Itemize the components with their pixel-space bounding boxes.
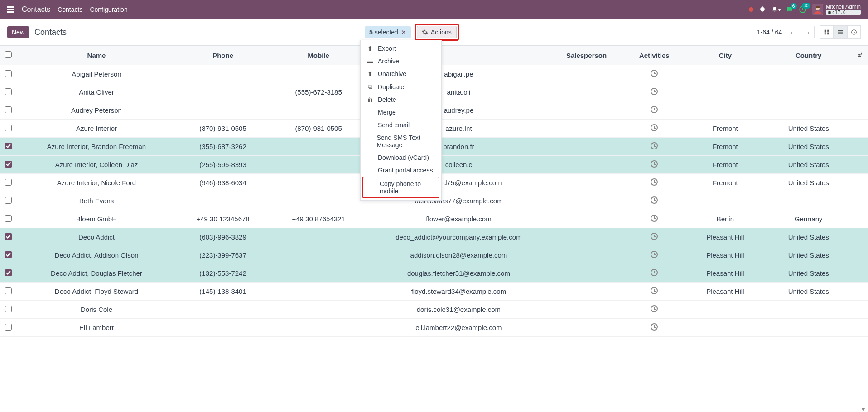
cell-name[interactable]: Azure Interior, Nicole Ford — [16, 174, 177, 192]
cell-email[interactable]: doris.cole31@example.com — [368, 301, 550, 319]
cell-mobile[interactable] — [269, 319, 368, 337]
new-button[interactable]: New — [7, 26, 29, 38]
column-options[interactable] — [852, 46, 868, 65]
cell-country[interactable] — [765, 319, 852, 337]
action-unarchive[interactable]: ⬆Unarchive — [361, 67, 441, 80]
row-checkbox[interactable] — [5, 306, 12, 312]
cell-email[interactable]: addison.olson28@example.com — [368, 246, 550, 264]
cell-city[interactable]: Pleasant Hill — [685, 228, 765, 246]
cell-activities[interactable] — [623, 101, 685, 120]
messages-icon[interactable]: 6 — [786, 6, 793, 13]
cell-activities[interactable] — [623, 83, 685, 101]
cell-mobile[interactable] — [269, 156, 368, 174]
pager-next-button[interactable]: › — [802, 26, 815, 38]
cell-mobile[interactable] — [269, 174, 368, 192]
cell-mobile[interactable] — [269, 301, 368, 319]
cell-mobile[interactable] — [269, 65, 368, 83]
row-checkbox[interactable] — [5, 269, 12, 276]
column-activities[interactable]: Activities — [623, 46, 685, 65]
table-row[interactable]: Deco Addict(603)-996-3829deco_addict@you… — [0, 228, 868, 246]
cell-city[interactable] — [685, 301, 765, 319]
cell-city[interactable]: Fremont — [685, 120, 765, 138]
kanban-view-button[interactable] — [820, 25, 834, 39]
cell-phone[interactable] — [177, 301, 269, 319]
row-checkbox[interactable] — [5, 197, 12, 204]
cell-phone[interactable] — [177, 319, 269, 337]
cell-country[interactable]: Germany — [765, 210, 852, 228]
row-checkbox[interactable] — [5, 324, 12, 331]
cell-country[interactable]: United States — [765, 246, 852, 264]
cell-city[interactable] — [685, 192, 765, 210]
action-export[interactable]: ⬆Export — [361, 42, 441, 55]
column-name[interactable]: Name — [16, 46, 177, 65]
cell-phone[interactable]: (145)-138-3401 — [177, 283, 269, 301]
nav-link-contacts[interactable]: Contacts — [58, 6, 82, 13]
column-country[interactable]: Country — [765, 46, 852, 65]
row-checkbox[interactable] — [5, 88, 12, 95]
cell-activities[interactable] — [623, 228, 685, 246]
action-send-sms[interactable]: Send SMS Text Message — [361, 131, 441, 151]
actions-button[interactable]: Actions — [417, 26, 457, 38]
cell-activities[interactable] — [623, 319, 685, 337]
cell-name[interactable]: Deco Addict, Douglas Fletcher — [16, 264, 177, 283]
cell-activities[interactable] — [623, 156, 685, 174]
cell-country[interactable]: United States — [765, 283, 852, 301]
cell-email[interactable]: flower@example.com — [368, 210, 550, 228]
cell-phone[interactable]: (870)-931-0505 — [177, 120, 269, 138]
cell-phone[interactable] — [177, 101, 269, 120]
cell-phone[interactable]: (355)-687-3262 — [177, 138, 269, 156]
cell-country[interactable] — [765, 65, 852, 83]
cell-phone[interactable] — [177, 65, 269, 83]
cell-activities[interactable] — [623, 301, 685, 319]
row-checkbox[interactable] — [5, 251, 12, 258]
action-archive[interactable]: ▬Archive — [361, 55, 441, 67]
cell-name[interactable]: Deco Addict, Floyd Steward — [16, 283, 177, 301]
row-checkbox[interactable] — [5, 179, 12, 186]
column-phone[interactable]: Phone — [177, 46, 269, 65]
debug-icon[interactable] — [759, 6, 766, 13]
cell-mobile[interactable]: (555)-672-3185 — [269, 83, 368, 101]
cell-mobile[interactable] — [269, 264, 368, 283]
cell-mobile[interactable] — [269, 228, 368, 246]
cell-activities[interactable] — [623, 264, 685, 283]
cell-email[interactable]: deco_addict@yourcompany.example.com — [368, 228, 550, 246]
cell-city[interactable] — [685, 319, 765, 337]
cell-mobile[interactable] — [269, 283, 368, 301]
table-row[interactable]: Doris Coledoris.cole31@example.com — [0, 301, 868, 319]
cell-email[interactable]: floyd.steward34@example.com — [368, 283, 550, 301]
cell-name[interactable]: Deco Addict — [16, 228, 177, 246]
cell-name[interactable]: Beth Evans — [16, 192, 177, 210]
cell-name[interactable]: Audrey Peterson — [16, 101, 177, 120]
cell-activities[interactable] — [623, 174, 685, 192]
cell-city[interactable]: Pleasant Hill — [685, 264, 765, 283]
cell-city[interactable]: Fremont — [685, 138, 765, 156]
activities-icon[interactable]: 30 — [799, 5, 807, 14]
app-brand[interactable]: Contacts — [22, 5, 50, 14]
action-merge[interactable]: Merge — [361, 106, 441, 119]
list-view-button[interactable] — [834, 25, 847, 39]
cell-city[interactable]: Fremont — [685, 156, 765, 174]
cell-mobile[interactable] — [269, 246, 368, 264]
cell-phone[interactable] — [177, 192, 269, 210]
select-all-header[interactable] — [0, 46, 16, 65]
cell-name[interactable]: Anita Oliver — [16, 83, 177, 101]
cell-phone[interactable] — [177, 83, 269, 101]
row-checkbox[interactable] — [5, 215, 12, 222]
cell-name[interactable]: Bloem GmbH — [16, 210, 177, 228]
table-row[interactable]: Deco Addict, Addison Olson(223)-399-7637… — [0, 246, 868, 264]
clear-selection-icon[interactable]: ✕ — [401, 29, 406, 36]
table-row[interactable]: Deco Addict, Floyd Steward(145)-138-3401… — [0, 283, 868, 301]
cell-country[interactable]: United States — [765, 228, 852, 246]
cell-country[interactable]: United States — [765, 138, 852, 156]
cell-activities[interactable] — [623, 210, 685, 228]
table-row[interactable]: Eli Lamberteli.lambert22@example.com — [0, 319, 868, 337]
cell-city[interactable]: Fremont — [685, 174, 765, 192]
row-checkbox[interactable] — [5, 70, 12, 77]
cell-mobile[interactable]: (870)-931-0505 — [269, 120, 368, 138]
cell-phone[interactable]: (603)-996-3829 — [177, 228, 269, 246]
cell-phone[interactable]: (132)-553-7242 — [177, 264, 269, 283]
cell-phone[interactable]: +49 30 12345678 — [177, 210, 269, 228]
cell-country[interactable] — [765, 83, 852, 101]
cell-mobile[interactable] — [269, 101, 368, 120]
action-send-email[interactable]: Send email — [361, 119, 441, 131]
